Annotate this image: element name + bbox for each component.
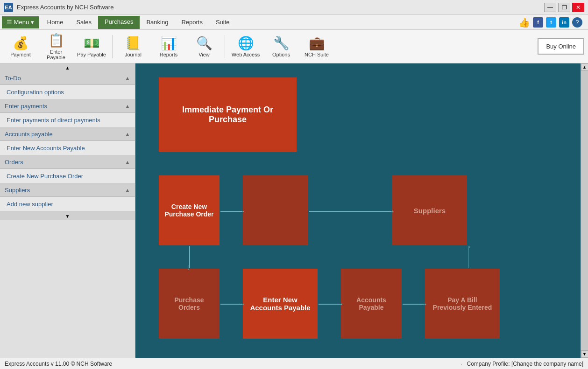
title-bar-left: EA Express Accounts by NCH Software [4,3,113,12]
status-left: Express Accounts v 11.00 © NCH Software [5,361,112,367]
app-icon: EA [4,3,13,12]
sidebar-item-enter-new-ap[interactable]: Enter New Accounts Payable [0,141,135,156]
content-area: Immediate Payment Or Purchase Create New… [135,63,588,358]
flow-diagram: Immediate Payment Or Purchase Create New… [135,63,581,358]
twitter-icon[interactable]: t [546,17,556,28]
main-layout: ▲ To-Do ▲ Configuration options Enter pa… [0,63,588,358]
pay-payable-label: Pay Payable [77,52,106,57]
enter-payable-label: Enter Payable [42,49,71,60]
orders-chevron: ▲ [125,159,130,166]
view-icon: 🔍 [197,35,212,50]
options-label: Options [272,52,290,57]
flow-box-immediate-payment[interactable]: Immediate Payment Or Purchase [159,77,297,152]
pay-payable-icon: 💵 [84,35,99,50]
toolbar-separator-2 [225,35,225,58]
restore-button[interactable]: ❐ [558,3,570,12]
buy-online-button[interactable]: Buy Online [538,38,584,55]
sidebar-section-orders-label: Orders [5,159,23,166]
sidebar: ▲ To-Do ▲ Configuration options Enter pa… [0,63,135,358]
facebook-icon[interactable]: f [533,17,543,28]
title-bar: EA Express Accounts by NCH Software — ❐ … [0,0,588,15]
suppliers-chevron: ▲ [125,187,130,194]
flow-box-middle-top[interactable] [243,175,308,245]
sidebar-item-add-supplier[interactable]: Add new supplier [0,197,135,212]
flow-box-accounts-payable[interactable]: Accounts Payable [341,269,402,339]
sidebar-section-accounts-payable-label: Accounts payable [5,131,53,138]
status-company: Company Profile: [Change the company nam… [467,361,583,367]
menu-item-banking[interactable]: Banking [140,16,175,29]
arrow-mid-bottom-to-enter-ap [309,304,340,305]
toolbar-journal[interactable]: 📒 Journal [116,32,150,62]
sidebar-scroll-up[interactable]: ▲ [0,63,135,72]
minimize-button[interactable]: — [544,3,556,12]
sidebar-section-todo-label: To-Do [5,75,21,82]
status-separator: · [460,361,462,367]
status-right: · Company Profile: [Change the company n… [460,361,583,367]
flow-box-enter-ap[interactable]: Enter New Accounts Payable [243,269,318,339]
toolbar-web-access[interactable]: 🌐 Web Access [229,32,262,62]
flow-box-create-order[interactable]: Create New Purchase Order [159,175,220,245]
flow-box-suppliers[interactable]: Suppliers [392,175,467,245]
sidebar-item-direct-payments[interactable]: Enter payments of direct payments [0,113,135,128]
toolbar-separator-1 [112,35,113,58]
journal-icon: 📒 [126,35,141,50]
journal-label: Journal [125,52,142,57]
window-controls: — ❐ ✕ [544,3,584,12]
sidebar-scroll-down[interactable]: ▼ [0,212,135,220]
todo-chevron: ▲ [125,75,130,82]
toolbar-view[interactable]: 🔍 View [187,32,221,62]
arrow-create-to-mid-top [220,211,242,212]
nch-suite-label: NCH Suite [305,52,329,57]
web-access-label: Web Access [232,52,260,57]
linkedin-icon[interactable]: in [559,17,569,28]
menu-button[interactable]: ☰ Menu ▾ [2,16,39,28]
web-access-icon: 🌐 [238,35,253,50]
sidebar-item-config-options[interactable]: Configuration options [0,85,135,100]
sidebar-section-enter-payments[interactable]: Enter payments ▲ [0,100,135,113]
sidebar-section-orders[interactable]: Orders ▲ [0,156,135,169]
enter-payments-chevron: ▲ [125,103,130,110]
arrow-create-to-purchase-orders [189,246,190,268]
flow-box-pay-bill[interactable]: Pay A Bill Previously Entered [425,269,500,339]
payment-icon: 💰 [13,35,28,50]
arrow-purchase-to-enter-ap [220,304,242,305]
menu-item-suite[interactable]: Suite [209,16,236,29]
toolbar-enter-payable[interactable]: 📋 Enter Payable [39,32,73,62]
menu-item-reports[interactable]: Reports [175,16,209,29]
menu-item-sales[interactable]: Sales [70,16,98,29]
flow-box-purchase-orders[interactable]: Purchase Orders [159,269,220,339]
arrow-ap-to-pay-bill [403,304,424,305]
arrow-suppliers-down [468,246,468,268]
menu-bar: ☰ Menu ▾ Home Sales Purchases Banking Re… [0,15,588,30]
app-title: Express Accounts by NCH Software [17,4,113,11]
enter-payable-icon: 📋 [49,33,64,48]
sidebar-section-suppliers[interactable]: Suppliers ▲ [0,184,135,197]
toolbar-options[interactable]: 🔧 Options [264,32,298,62]
close-button[interactable]: ✕ [572,3,584,12]
toolbar-pay-payable[interactable]: 💵 Pay Payable [75,32,108,62]
arrow-mid-top-to-suppliers [309,211,391,212]
sidebar-section-accounts-payable[interactable]: Accounts payable ▲ [0,128,135,141]
sidebar-section-suppliers-label: Suppliers [5,187,30,194]
scroll-down-button[interactable]: ▼ [581,350,588,358]
toolbar-payment[interactable]: 💰 Payment [4,32,37,62]
status-bar: Express Accounts v 11.00 © NCH Software … [0,358,588,369]
sidebar-section-todo[interactable]: To-Do ▲ [0,72,135,85]
right-scrollbar[interactable]: ▲ ▼ [581,63,588,358]
accounts-payable-chevron: ▲ [125,131,130,138]
toolbar-reports[interactable]: 📊 Reports [152,32,185,62]
payment-label: Payment [10,52,30,57]
nch-suite-icon: 💼 [309,35,324,50]
social-icons: 👍 f t in ? [518,17,582,28]
toolbar-nch-suite[interactable]: 💼 NCH Suite [300,32,333,62]
reports-icon: 📊 [161,35,176,50]
help-icon[interactable]: ? [572,17,582,28]
toolbar: 💰 Payment 📋 Enter Payable 💵 Pay Payable … [0,30,588,63]
menu-item-home[interactable]: Home [41,16,70,29]
view-label: View [198,52,210,57]
sidebar-section-enter-payments-label: Enter payments [5,103,47,110]
scroll-up-button[interactable]: ▲ [581,63,588,71]
sidebar-item-create-purchase-order[interactable]: Create New Purchase Order [0,169,135,184]
thumbsup-icon[interactable]: 👍 [518,17,530,28]
menu-item-purchases[interactable]: Purchases [98,16,140,29]
